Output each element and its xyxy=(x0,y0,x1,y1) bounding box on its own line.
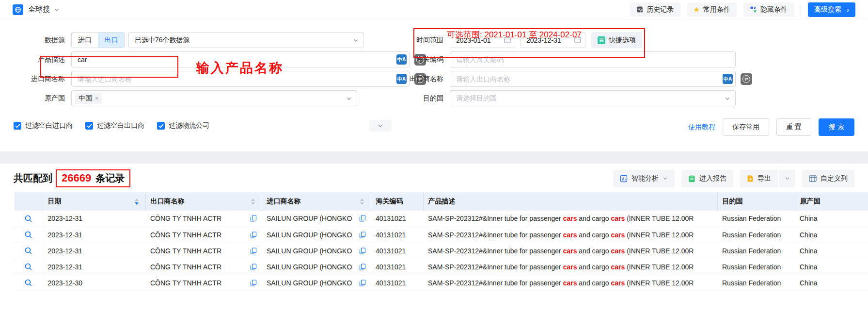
dest-country-placeholder: 请选择目的国 xyxy=(456,94,497,103)
tag-close-icon[interactable]: × xyxy=(95,95,98,102)
cell-exporter: CÔNG TY TNHH ACTR xyxy=(145,259,262,275)
enter-report-button[interactable]: 进入报告 xyxy=(681,170,733,187)
report-icon xyxy=(688,175,695,182)
dest-country-select[interactable]: 请选择目的国 xyxy=(450,90,736,106)
checkbox-checked-icon xyxy=(14,122,21,130)
copy-icon[interactable] xyxy=(359,215,366,222)
copy-icon[interactable] xyxy=(359,280,366,286)
importer-label: 进口商名称 xyxy=(0,75,71,83)
cell-exporter: CÔNG TY TNHH ACTR xyxy=(145,227,262,243)
hs-code-value: 40131021 xyxy=(376,231,406,239)
row-search-icon[interactable] xyxy=(24,279,32,287)
tutorial-link[interactable]: 使用教程 xyxy=(688,123,715,132)
app-switch-chevron-icon[interactable] xyxy=(54,7,60,13)
filter-blank-importer-checkbox[interactable]: 过滤空白进口商 xyxy=(14,121,73,130)
cell-date: 2023-12-31 xyxy=(43,211,145,227)
data-source-select[interactable]: 已选中76个数据源 xyxy=(128,32,364,48)
star-icon: ★ xyxy=(694,6,700,13)
time-range-label: 时间范围 xyxy=(397,36,450,45)
sort-icons[interactable] xyxy=(251,199,255,205)
quick-options-button[interactable]: ⌘ 快捷选项 xyxy=(591,32,642,48)
copy-icon[interactable] xyxy=(250,280,257,286)
advanced-search-button[interactable]: 高级搜索 › xyxy=(808,2,855,17)
smart-analysis-button[interactable]: 智能分析 xyxy=(613,170,675,187)
sort-icons[interactable] xyxy=(360,199,364,205)
favorites-button[interactable]: ★ 常用条件 xyxy=(687,2,737,17)
cell-importer: SAILUN GROUP (HONGKO xyxy=(262,259,371,275)
date-value: 2023-12-31 xyxy=(48,247,83,255)
header-date[interactable]: 日期 xyxy=(43,192,145,211)
copy-icon[interactable] xyxy=(250,264,257,270)
bi-chart-icon xyxy=(620,175,628,182)
table-row[interactable]: 2023-12-31 CÔNG TY TNHH ACTR SAILUN GROU… xyxy=(15,259,868,275)
cell-detail xyxy=(15,259,43,275)
filter-logistics-checkbox[interactable]: 过滤物流公司 xyxy=(157,121,209,130)
product-desc-input[interactable] xyxy=(71,51,410,67)
hide-conditions-button[interactable]: 隐藏条件 xyxy=(743,2,794,17)
importer-input[interactable] xyxy=(71,71,410,87)
origin-value: China xyxy=(800,263,818,271)
hs-code-value: 40131021 xyxy=(376,263,406,271)
data-source-label: 数据源 xyxy=(0,36,71,45)
reset-button[interactable]: 重 置 xyxy=(776,118,811,136)
header-icon-column xyxy=(15,192,43,211)
command-icon: ⌘ xyxy=(598,36,605,44)
importer-row: 进口商名称 中A ⇄ xyxy=(0,71,426,87)
row-search-icon[interactable] xyxy=(24,215,32,223)
importer-value: SAILUN GROUP (HONGKO xyxy=(267,279,352,287)
row-search-icon[interactable] xyxy=(24,247,32,255)
origin-country-select[interactable]: 中国 × xyxy=(71,90,357,106)
copy-icon[interactable] xyxy=(250,232,257,238)
table-row[interactable]: 2023-12-31 CÔNG TY TNHH ACTR SAILUN GROU… xyxy=(15,227,868,243)
sort-icons[interactable] xyxy=(135,199,139,205)
cell-importer: SAILUN GROUP (HONGKO xyxy=(262,243,371,259)
cell-importer: SAILUN GROUP (HONGKO xyxy=(262,275,371,291)
translate-icon[interactable]: 中A xyxy=(723,74,733,84)
cell-product-desc: SAM-SP-202312#&Inner tube for passenger … xyxy=(423,259,717,275)
calendar-icon[interactable] xyxy=(504,36,511,44)
collapse-form-button[interactable] xyxy=(369,120,392,132)
export-icon xyxy=(747,175,754,182)
favorites-label: 常用条件 xyxy=(703,5,730,14)
exact-match-icon[interactable]: ⇄ xyxy=(741,73,752,85)
copy-icon[interactable] xyxy=(359,248,366,254)
keyword-highlight: cars xyxy=(611,215,625,222)
results-section: 共匹配到 26669 条记录 智能分析 进入报告 xyxy=(0,164,868,291)
chevron-down-icon xyxy=(346,96,352,101)
header-exporter[interactable]: 出口商名称 xyxy=(145,192,262,211)
search-button[interactable]: 搜 索 xyxy=(819,118,854,136)
cell-detail xyxy=(15,243,43,259)
header-importer[interactable]: 进口商名称 xyxy=(262,192,371,211)
copy-icon[interactable] xyxy=(359,232,366,238)
filter-blank-exporter-checkbox[interactable]: 过滤空白出口商 xyxy=(85,121,144,130)
copy-icon[interactable] xyxy=(250,248,257,254)
hs-code-value: 40131021 xyxy=(376,215,406,222)
export-dropdown-button[interactable] xyxy=(779,170,795,187)
customs-code-input[interactable] xyxy=(450,51,736,67)
copy-icon[interactable] xyxy=(359,264,366,270)
copy-icon[interactable] xyxy=(250,215,257,222)
exporter-value: CÔNG TY TNHH ACTR xyxy=(150,215,221,222)
chevron-down-icon xyxy=(353,37,359,43)
table-row[interactable]: 2023-12-30 CÔNG TY TNHH ACTR SAILUN GROU… xyxy=(15,275,868,291)
row-search-icon[interactable] xyxy=(24,263,32,271)
table-row[interactable]: 2023-12-31 CÔNG TY TNHH ACTR SAILUN GROU… xyxy=(15,211,868,227)
exporter-input[interactable] xyxy=(450,71,736,87)
table-row[interactable]: 2023-12-31 CÔNG TY TNHH ACTR SAILUN GROU… xyxy=(15,243,868,259)
filter-checkboxes: 过滤空白进口商 过滤空白出口商 过滤物流公司 xyxy=(14,121,209,130)
cell-detail xyxy=(15,275,43,291)
cell-product-desc: SAM-SP-202312#&Inner tube for passenger … xyxy=(423,275,717,291)
keyword-highlight: cars xyxy=(563,279,577,287)
export-button[interactable]: 导出 xyxy=(740,170,778,187)
row-search-icon[interactable] xyxy=(24,231,32,239)
save-conditions-button[interactable]: 保存常用 xyxy=(723,118,769,136)
destination-value: Russian Federation xyxy=(722,263,781,271)
origin-country-label: 原产国 xyxy=(0,94,71,103)
import-toggle-button[interactable]: 进口 xyxy=(72,33,98,48)
calendar-icon[interactable] xyxy=(574,36,582,44)
history-button[interactable]: 历史记录 xyxy=(630,2,680,17)
hide-conditions-label: 隐藏条件 xyxy=(760,5,788,14)
match-count-prefix: 共匹配到 xyxy=(14,172,52,185)
export-toggle-button[interactable]: 出口 xyxy=(98,33,124,48)
custom-columns-button[interactable]: 自定义列 xyxy=(802,170,854,187)
